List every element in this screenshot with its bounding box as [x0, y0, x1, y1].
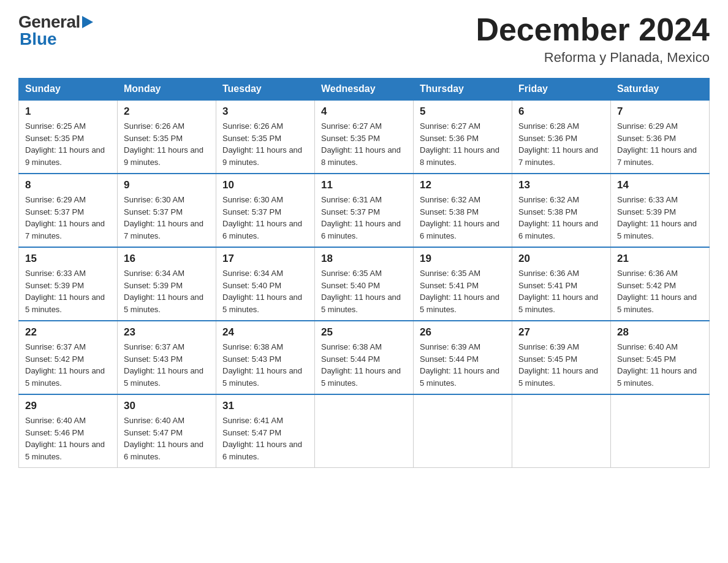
calendar-cell: [315, 394, 414, 468]
day-info: Sunrise: 6:31 AMSunset: 5:37 PMDaylight:…: [321, 194, 407, 242]
location-subtitle: Reforma y Planada, Mexico: [476, 50, 710, 66]
calendar-cell: 31 Sunrise: 6:41 AMSunset: 5:47 PMDaylig…: [216, 394, 315, 468]
day-number: 6: [518, 105, 604, 118]
header-monday: Monday: [118, 79, 216, 101]
day-info: Sunrise: 6:40 AMSunset: 5:47 PMDaylight:…: [124, 415, 210, 462]
day-number: 14: [617, 179, 703, 191]
calendar-cell: 29 Sunrise: 6:40 AMSunset: 5:46 PMDaylig…: [19, 394, 118, 468]
day-info: Sunrise: 6:30 AMSunset: 5:37 PMDaylight:…: [124, 194, 210, 242]
day-info: Sunrise: 6:26 AMSunset: 5:35 PMDaylight:…: [222, 120, 308, 168]
calendar-cell: [611, 394, 710, 468]
calendar-cell: 27 Sunrise: 6:39 AMSunset: 5:45 PMDaylig…: [512, 321, 611, 394]
day-info: Sunrise: 6:28 AMSunset: 5:36 PMDaylight:…: [518, 120, 604, 168]
day-info: Sunrise: 6:39 AMSunset: 5:44 PMDaylight:…: [420, 341, 506, 389]
day-info: Sunrise: 6:29 AMSunset: 5:37 PMDaylight:…: [25, 194, 111, 242]
day-number: 13: [518, 179, 604, 191]
calendar-cell: 30 Sunrise: 6:40 AMSunset: 5:47 PMDaylig…: [118, 394, 216, 468]
day-info: Sunrise: 6:35 AMSunset: 5:40 PMDaylight:…: [321, 267, 407, 315]
calendar-week-row: 1 Sunrise: 6:25 AMSunset: 5:35 PMDayligh…: [19, 100, 710, 174]
day-number: 18: [321, 253, 407, 265]
calendar-cell: 28 Sunrise: 6:40 AMSunset: 5:45 PMDaylig…: [611, 321, 710, 394]
calendar-cell: 9 Sunrise: 6:30 AMSunset: 5:37 PMDayligh…: [118, 174, 216, 247]
header-tuesday: Tuesday: [216, 79, 315, 101]
day-number: 27: [518, 326, 604, 339]
day-number: 15: [25, 253, 111, 265]
day-number: 22: [25, 326, 111, 339]
calendar-table: SundayMondayTuesdayWednesdayThursdayFrid…: [18, 78, 710, 468]
calendar-cell: 15 Sunrise: 6:33 AMSunset: 5:39 PMDaylig…: [19, 247, 118, 321]
day-info: Sunrise: 6:33 AMSunset: 5:39 PMDaylight:…: [25, 267, 111, 315]
calendar-cell: [512, 394, 611, 468]
calendar-cell: 5 Sunrise: 6:27 AMSunset: 5:36 PMDayligh…: [414, 100, 512, 174]
day-info: Sunrise: 6:26 AMSunset: 5:35 PMDaylight:…: [124, 120, 210, 168]
day-info: Sunrise: 6:33 AMSunset: 5:39 PMDaylight:…: [617, 194, 703, 242]
calendar-cell: 17 Sunrise: 6:34 AMSunset: 5:40 PMDaylig…: [216, 247, 315, 321]
day-info: Sunrise: 6:35 AMSunset: 5:41 PMDaylight:…: [420, 267, 506, 315]
header-thursday: Thursday: [414, 79, 512, 101]
logo: General Blue: [18, 12, 93, 49]
day-number: 10: [222, 179, 308, 191]
calendar-cell: 24 Sunrise: 6:38 AMSunset: 5:43 PMDaylig…: [216, 321, 315, 394]
day-number: 7: [617, 105, 703, 118]
day-info: Sunrise: 6:36 AMSunset: 5:41 PMDaylight:…: [518, 267, 604, 315]
day-info: Sunrise: 6:39 AMSunset: 5:45 PMDaylight:…: [518, 341, 604, 389]
title-area: December 2024 Reforma y Planada, Mexico: [476, 12, 710, 66]
calendar-cell: 16 Sunrise: 6:34 AMSunset: 5:39 PMDaylig…: [118, 247, 216, 321]
day-number: 17: [222, 253, 308, 265]
day-number: 24: [222, 326, 308, 339]
header-saturday: Saturday: [611, 79, 710, 101]
calendar-cell: 11 Sunrise: 6:31 AMSunset: 5:37 PMDaylig…: [315, 174, 414, 247]
day-info: Sunrise: 6:37 AMSunset: 5:42 PMDaylight:…: [25, 341, 111, 389]
day-number: 21: [617, 253, 703, 265]
day-number: 2: [124, 105, 210, 118]
calendar-cell: 1 Sunrise: 6:25 AMSunset: 5:35 PMDayligh…: [19, 100, 118, 174]
day-number: 31: [222, 400, 308, 412]
calendar-cell: 4 Sunrise: 6:27 AMSunset: 5:35 PMDayligh…: [315, 100, 414, 174]
logo-blue: Blue: [20, 29, 93, 49]
calendar-cell: 14 Sunrise: 6:33 AMSunset: 5:39 PMDaylig…: [611, 174, 710, 247]
calendar-week-row: 22 Sunrise: 6:37 AMSunset: 5:42 PMDaylig…: [19, 321, 710, 394]
calendar-cell: 21 Sunrise: 6:36 AMSunset: 5:42 PMDaylig…: [611, 247, 710, 321]
day-number: 9: [124, 179, 210, 191]
page-header: General Blue December 2024 Reforma y Pla…: [18, 12, 710, 66]
day-number: 12: [420, 179, 506, 191]
day-info: Sunrise: 6:40 AMSunset: 5:46 PMDaylight:…: [25, 415, 111, 462]
calendar-header-row: SundayMondayTuesdayWednesdayThursdayFrid…: [19, 79, 710, 101]
day-info: Sunrise: 6:40 AMSunset: 5:45 PMDaylight:…: [617, 341, 703, 389]
day-info: Sunrise: 6:34 AMSunset: 5:40 PMDaylight:…: [222, 267, 308, 315]
day-number: 26: [420, 326, 506, 339]
logo-arrow-icon: [82, 15, 93, 29]
day-info: Sunrise: 6:32 AMSunset: 5:38 PMDaylight:…: [420, 194, 506, 242]
day-info: Sunrise: 6:25 AMSunset: 5:35 PMDaylight:…: [25, 120, 111, 168]
calendar-cell: 13 Sunrise: 6:32 AMSunset: 5:38 PMDaylig…: [512, 174, 611, 247]
day-number: 4: [321, 105, 407, 118]
calendar-cell: 10 Sunrise: 6:30 AMSunset: 5:37 PMDaylig…: [216, 174, 315, 247]
calendar-week-row: 29 Sunrise: 6:40 AMSunset: 5:46 PMDaylig…: [19, 394, 710, 468]
day-info: Sunrise: 6:38 AMSunset: 5:43 PMDaylight:…: [222, 341, 308, 389]
calendar-cell: 8 Sunrise: 6:29 AMSunset: 5:37 PMDayligh…: [19, 174, 118, 247]
calendar-cell: 7 Sunrise: 6:29 AMSunset: 5:36 PMDayligh…: [611, 100, 710, 174]
day-number: 28: [617, 326, 703, 339]
day-number: 8: [25, 179, 111, 191]
calendar-cell: 22 Sunrise: 6:37 AMSunset: 5:42 PMDaylig…: [19, 321, 118, 394]
day-number: 11: [321, 179, 407, 191]
day-number: 29: [25, 400, 111, 412]
calendar-cell: 2 Sunrise: 6:26 AMSunset: 5:35 PMDayligh…: [118, 100, 216, 174]
day-number: 1: [25, 105, 111, 118]
day-info: Sunrise: 6:41 AMSunset: 5:47 PMDaylight:…: [222, 415, 308, 462]
day-number: 25: [321, 326, 407, 339]
header-wednesday: Wednesday: [315, 79, 414, 101]
calendar-cell: [414, 394, 512, 468]
day-info: Sunrise: 6:37 AMSunset: 5:43 PMDaylight:…: [124, 341, 210, 389]
day-number: 30: [124, 400, 210, 412]
calendar-week-row: 15 Sunrise: 6:33 AMSunset: 5:39 PMDaylig…: [19, 247, 710, 321]
calendar-cell: 19 Sunrise: 6:35 AMSunset: 5:41 PMDaylig…: [414, 247, 512, 321]
calendar-cell: 23 Sunrise: 6:37 AMSunset: 5:43 PMDaylig…: [118, 321, 216, 394]
header-sunday: Sunday: [19, 79, 118, 101]
day-info: Sunrise: 6:27 AMSunset: 5:36 PMDaylight:…: [420, 120, 506, 168]
svg-marker-0: [82, 16, 93, 28]
day-number: 3: [222, 105, 308, 118]
calendar-cell: 26 Sunrise: 6:39 AMSunset: 5:44 PMDaylig…: [414, 321, 512, 394]
calendar-cell: 3 Sunrise: 6:26 AMSunset: 5:35 PMDayligh…: [216, 100, 315, 174]
calendar-cell: 12 Sunrise: 6:32 AMSunset: 5:38 PMDaylig…: [414, 174, 512, 247]
